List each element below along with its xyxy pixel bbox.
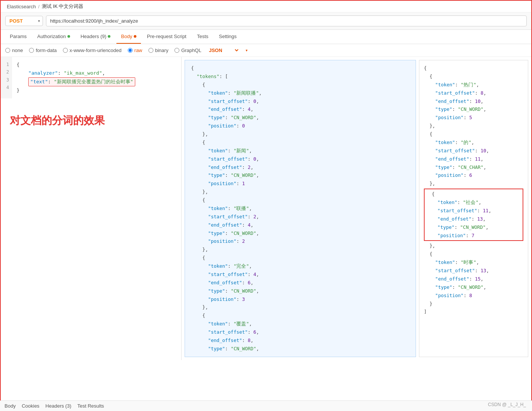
url-bar: POST GET PUT DELETE ▾	[1, 12, 531, 30]
watermark: CSDN @ _L_J_H_	[488, 402, 526, 407]
line-numbers: 1 2 3 4	[1, 57, 12, 98]
tab-pre-request[interactable]: Pre-request Script	[142, 30, 191, 44]
response-open-brace: {	[191, 64, 410, 72]
body-dot	[134, 35, 136, 38]
chinese-label: 对文档的分词的效果	[1, 98, 181, 143]
tab-authorization-label: Authorization	[37, 34, 66, 39]
radio-urlencoded[interactable]: x-www-form-urlencoded	[63, 48, 122, 53]
right-response-code: { { "token": "热门", "start_offset": 8, "e…	[419, 60, 528, 320]
bottom-tab-cookies[interactable]: Cookies	[22, 403, 40, 409]
editor-lines: 1 2 3 4 { "analyzer": "ik_max_word", "te…	[1, 57, 181, 98]
token-entry-5: { "token": "覆盖", "start_offset": 6, "end…	[191, 311, 410, 353]
token-entry-3: { "token": "联播", "start_offset": 2, "end…	[191, 196, 410, 254]
token-entry-4: { "token": "完全", "start_offset": 4, "end…	[191, 254, 410, 311]
tab-params[interactable]: Params	[5, 30, 31, 44]
response-middle-panel: { "tokens": [ { "token": "新闻联播", "start_…	[185, 60, 416, 357]
right-panel: { { "token": "热门", "start_offset": 8, "e…	[419, 60, 528, 357]
tab-params-label: Params	[10, 34, 27, 39]
radio-graphql[interactable]: GraphQL	[174, 48, 201, 53]
right-open-brace: {	[424, 64, 523, 72]
token-entry-2: { "token": "新闻", "start_offset": 0, "end…	[191, 138, 410, 196]
breadcrumb: Elasticsearch / 测试 IK 中文分词器	[1, 1, 531, 12]
bottom-tab-headers[interactable]: Headers (3)	[46, 403, 72, 409]
method-wrapper[interactable]: POST GET PUT DELETE ▾	[5, 16, 43, 26]
radio-form-data[interactable]: form-data	[29, 48, 57, 53]
json-format-select[interactable]: JSON Text JavaScript XML HTML	[207, 47, 240, 54]
url-input[interactable]	[46, 15, 527, 26]
tab-pre-request-label: Pre-request Script	[147, 34, 187, 39]
json-dropdown-arrow: ▾	[246, 48, 248, 52]
bottom-tab-test-results[interactable]: Test Results	[77, 403, 104, 409]
tab-tests-label: Tests	[197, 34, 208, 39]
tab-settings-label: Settings	[219, 34, 237, 39]
tab-body-label: Body	[121, 34, 132, 39]
editor-code[interactable]: { "analyzer": "ik_max_word", "text": "新闻…	[12, 57, 181, 98]
headers-dot	[108, 35, 110, 38]
bottom-tab-body[interactable]: Body	[5, 403, 16, 409]
right-token-4: { "token": "时事", "start_offset": 13, "en…	[424, 250, 523, 316]
authorization-dot	[67, 35, 70, 38]
tabs-row: Params Authorization Headers (9) Body Pr…	[1, 30, 531, 44]
body-type-row: none form-data x-www-form-urlencoded raw…	[1, 44, 531, 57]
main-content: 1 2 3 4 { "analyzer": "ik_max_word", "te…	[1, 57, 531, 360]
radio-raw[interactable]: raw	[128, 48, 142, 53]
radio-none[interactable]: none	[5, 48, 23, 53]
tab-headers-label: Headers (9)	[81, 34, 107, 39]
tab-settings[interactable]: Settings	[214, 30, 241, 44]
token-entry-1: { "token": "新闻联播", "start_offset": 0, "e…	[191, 81, 410, 138]
code-line-4: }	[17, 86, 177, 95]
right-token-1: { "token": "热门", "start_offset": 8, "end…	[424, 72, 523, 130]
tab-headers[interactable]: Headers (9)	[76, 30, 115, 44]
code-line-2: "analyzer": "ik_max_word",	[17, 69, 177, 77]
right-token-3-close: },	[424, 242, 523, 250]
right-token-3-highlighted: { "token": "社会", "start_offset": 11, "en…	[424, 189, 523, 241]
bottom-tabs: Body Cookies Headers (3) Test Results	[0, 400, 532, 411]
breadcrumb-sep: /	[38, 4, 40, 9]
tab-body[interactable]: Body	[116, 30, 141, 44]
right-token-2: { "token": "的", "start_offset": 10, "end…	[424, 130, 523, 188]
radio-binary[interactable]: binary	[148, 48, 168, 53]
code-line-3: "text": "新闻联播完全覆盖热门的社会时事"	[17, 77, 177, 86]
tab-tests[interactable]: Tests	[193, 30, 213, 44]
method-select[interactable]: POST GET PUT DELETE	[5, 16, 43, 26]
breadcrumb-root: Elasticsearch	[7, 4, 36, 9]
response-code: { "tokens": [ { "token": "新闻联播", "start_…	[185, 60, 416, 357]
tab-authorization[interactable]: Authorization	[33, 30, 75, 44]
editor-panel: 1 2 3 4 { "analyzer": "ik_max_word", "te…	[1, 57, 182, 360]
code-line-1: {	[17, 61, 177, 69]
breadcrumb-current: 测试 IK 中文分词器	[42, 3, 84, 10]
tokens-label: "tokens": [	[191, 72, 410, 81]
